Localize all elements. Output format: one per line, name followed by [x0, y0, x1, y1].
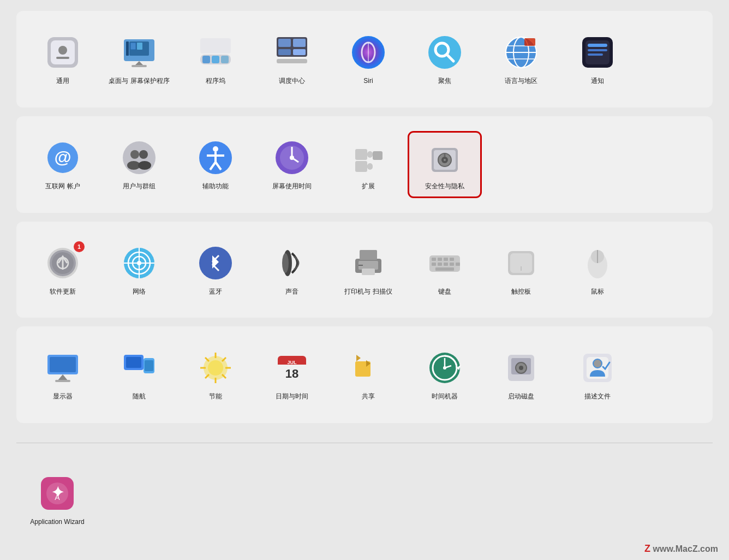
section-personal: 通用 桌面与 屏幕保护程序 程序坞 调度中心	[16, 11, 713, 108]
item-sound[interactable]: 声音	[256, 238, 327, 302]
language-label: 语言与地区	[505, 76, 537, 86]
item-timemachine[interactable]: 时间机器	[409, 343, 480, 407]
item-extensions[interactable]: 扩展	[333, 133, 404, 196]
bluetooth-label: 蓝牙	[209, 287, 222, 296]
svg-rect-19	[293, 39, 306, 47]
item-sidecar[interactable]: 随航	[104, 343, 175, 407]
item-mission[interactable]: 调度中心	[256, 27, 327, 91]
svg-point-43	[123, 141, 156, 174]
svg-rect-86	[360, 250, 377, 260]
datetime-icon: JUL 18	[272, 348, 312, 388]
users-label: 用户与群组	[123, 182, 156, 191]
dock-icon	[196, 33, 235, 72]
item-desktop[interactable]: 桌面与 屏幕保护程序	[104, 27, 175, 91]
item-notifications[interactable]: 通知	[562, 27, 633, 91]
network-label: 网络	[133, 287, 146, 296]
trackpad-icon	[501, 243, 541, 283]
language-icon	[501, 33, 541, 72]
startup-icon	[501, 348, 541, 388]
svg-rect-18	[278, 39, 291, 47]
item-displays[interactable]: 显示器	[27, 343, 98, 407]
mission-icon	[272, 33, 312, 72]
softwareupdate-badge: 1	[74, 241, 85, 252]
item-spotlight[interactable]: 聚焦	[409, 27, 480, 91]
svg-rect-9	[130, 43, 136, 50]
svg-text:18: 18	[285, 367, 298, 380]
svg-rect-92	[444, 258, 448, 261]
extensions-icon	[349, 138, 388, 177]
item-siri[interactable]: Siri	[333, 27, 404, 91]
network-icon	[119, 243, 159, 283]
screentime-label: 屏幕使用时间	[272, 182, 312, 191]
item-energy[interactable]: 节能	[180, 343, 251, 407]
item-dock[interactable]: 程序坞	[180, 27, 251, 91]
sharing-icon	[349, 348, 388, 388]
svg-rect-62	[367, 163, 373, 170]
svg-point-115	[208, 360, 223, 376]
item-bluetooth[interactable]: 蓝牙	[180, 238, 251, 302]
energy-icon	[196, 348, 235, 388]
svg-rect-14	[212, 56, 219, 63]
svg-rect-40	[588, 53, 603, 56]
svg-point-49	[213, 146, 218, 152]
bluetooth-icon	[196, 243, 235, 283]
item-datetime[interactable]: JUL 18 日期与时间	[256, 343, 327, 407]
item-users[interactable]: 用户与群组	[104, 133, 175, 196]
svg-rect-6	[126, 41, 129, 56]
svg-rect-99	[435, 267, 454, 271]
timemachine-icon	[425, 348, 464, 388]
item-mouse[interactable]: 鼠标	[562, 238, 633, 302]
general-icon	[43, 33, 82, 72]
softwareupdate-icon: 1	[43, 243, 82, 283]
users-icon	[119, 138, 159, 177]
svg-rect-98	[456, 263, 460, 266]
bottom-section: ✦ A Application Wizard	[0, 452, 729, 549]
svg-rect-113	[145, 360, 153, 371]
item-startup[interactable]: 启动磁盘	[486, 343, 557, 407]
internet-icon: @	[43, 138, 82, 177]
item-screentime[interactable]: 屏幕使用时间	[256, 133, 327, 196]
item-internet[interactable]: @ 互联网 帐户	[27, 133, 98, 196]
accessibility-icon	[196, 138, 235, 177]
item-network[interactable]: 网络	[104, 238, 175, 302]
item-appwizard[interactable]: ✦ A Application Wizard	[22, 468, 93, 532]
item-softwareupdate[interactable]: 1软件更新	[27, 238, 98, 302]
svg-point-58	[290, 156, 294, 160]
grid-section3: 1软件更新 网络 蓝牙 声音 打印机与 扫描仪	[27, 238, 702, 302]
item-keyboard[interactable]: 键盘	[409, 238, 480, 302]
svg-rect-63	[373, 151, 383, 160]
profiles-icon	[578, 348, 617, 388]
svg-rect-90	[432, 258, 436, 261]
energy-label: 节能	[209, 392, 222, 401]
notifications-label: 通知	[591, 76, 604, 86]
item-printers[interactable]: 打印机与 扫描仪	[333, 238, 404, 302]
spotlight-icon	[425, 33, 464, 72]
sound-icon	[272, 243, 312, 283]
mouse-label: 鼠标	[591, 287, 604, 296]
displays-icon	[43, 348, 82, 388]
svg-rect-38	[588, 44, 607, 47]
item-profiles[interactable]: 描述文件	[562, 343, 633, 407]
item-language[interactable]: 语言与地区	[486, 27, 557, 91]
notifications-icon	[578, 33, 617, 72]
svg-rect-61	[355, 161, 367, 172]
svg-point-2	[58, 46, 67, 55]
svg-point-144	[593, 359, 602, 368]
datetime-label: 日期与时间	[276, 392, 308, 401]
extensions-label: 扩展	[362, 182, 375, 191]
svg-rect-39	[588, 49, 607, 51]
profiles-label: 描述文件	[584, 392, 611, 401]
item-general[interactable]: 通用	[27, 27, 98, 91]
svg-rect-22	[277, 59, 307, 63]
svg-rect-3	[56, 57, 69, 59]
item-trackpad[interactable]: 触控板	[486, 238, 557, 302]
item-accessibility[interactable]: 辅助功能	[180, 133, 251, 196]
security-icon	[425, 138, 464, 177]
keyboard-icon	[425, 243, 464, 283]
item-security[interactable]: 安全性与隐私	[409, 133, 480, 196]
svg-rect-20	[278, 49, 291, 55]
grid-section2: @ 互联网 帐户 用户与群组 辅助功能 屏幕使用时间 扩展	[27, 133, 702, 196]
trackpad-label: 触控板	[511, 287, 531, 296]
svg-rect-60	[367, 151, 373, 158]
item-sharing[interactable]: 共享	[333, 343, 404, 407]
